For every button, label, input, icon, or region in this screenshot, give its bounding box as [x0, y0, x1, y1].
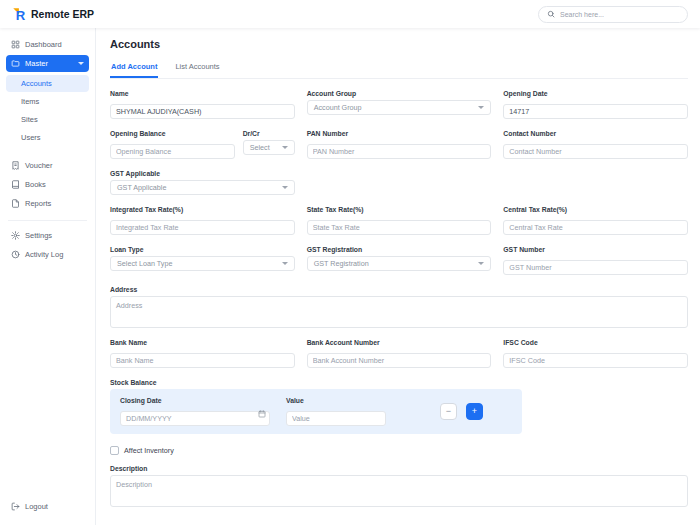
reports-icon [11, 199, 20, 208]
pan-number-input[interactable] [307, 144, 492, 159]
field-dr-cr: Dr/Cr Select [243, 130, 295, 159]
field-opening-balance: Opening Balance [110, 130, 235, 159]
sidebar-item-voucher[interactable]: Voucher [6, 157, 89, 174]
affect-inventory-checkbox[interactable] [110, 446, 119, 455]
sidebar-item-logout[interactable]: Logout [6, 498, 89, 515]
opening-balance-input[interactable] [110, 144, 235, 159]
chevron-down-icon [478, 262, 484, 265]
account-form: Name Account Group Account Group Opening… [110, 90, 688, 525]
affect-inventory-label: Affect Inventory [124, 446, 174, 455]
dr-cr-label: Dr/Cr [243, 130, 295, 137]
selected-value: Select Loan Type [117, 259, 172, 268]
field-loan-type: Loan Type Select Loan Type [110, 246, 295, 275]
stock-balance-label: Stock Balance [110, 379, 688, 386]
description-label: Description [110, 465, 688, 472]
field-name: Name [110, 90, 295, 119]
form-row: Opening Balance Dr/Cr Select PAN Nu [110, 130, 688, 159]
bank-account-number-label: Bank Account Number [307, 339, 492, 346]
sidebar-item-items[interactable]: Items [6, 93, 89, 110]
stock-balance-box: Closing Date Value [110, 389, 522, 434]
field-opening-date: Opening Date [503, 90, 688, 119]
contact-number-input[interactable] [503, 144, 688, 159]
sidebar-item-reports[interactable]: Reports [6, 195, 89, 212]
sidebar-item-users[interactable]: Users [6, 129, 89, 146]
tab-bar: Add Account List Accounts [110, 58, 688, 79]
gst-applicable-label: GST Applicable [110, 170, 295, 177]
description-textarea[interactable] [110, 475, 688, 507]
state-tax-label: State Tax Rate(%) [307, 206, 492, 213]
sidebar-item-dashboard[interactable]: Dashboard [6, 36, 89, 53]
stock-value-label: Value [286, 397, 386, 404]
search-icon [547, 10, 555, 18]
field-bank-name: Bank Name [110, 339, 295, 368]
address-textarea[interactable] [110, 296, 688, 328]
gst-number-input[interactable] [503, 260, 688, 275]
loan-type-select[interactable]: Select Loan Type [110, 256, 295, 271]
opening-date-label: Opening Date [503, 90, 688, 97]
gst-registration-select[interactable]: GST Registration [307, 256, 492, 271]
sidebar-master-submenu: Accounts Items Sites Users [6, 75, 89, 147]
page-title: Accounts [110, 38, 688, 50]
sidebar-item-books[interactable]: Books [6, 176, 89, 193]
ifsc-code-label: IFSC Code [503, 339, 688, 346]
sidebar-item-sites[interactable]: Sites [6, 111, 89, 128]
calendar-icon[interactable] [258, 410, 266, 418]
field-opening-balance-group: Opening Balance Dr/Cr Select [110, 130, 295, 159]
books-icon [11, 180, 20, 189]
dr-cr-select[interactable]: Select [243, 140, 295, 155]
selected-value: Account Group [314, 103, 362, 112]
logout-icon [11, 502, 20, 511]
app-name: Remote ERP [31, 8, 94, 20]
field-integrated-tax: Integrated Tax Rate(%) [110, 206, 295, 235]
state-tax-input[interactable] [307, 220, 492, 235]
form-row: GST Applicable GST Applicable [110, 170, 688, 195]
field-description: Description [110, 465, 688, 507]
name-input[interactable] [110, 104, 295, 119]
chevron-down-icon [282, 262, 288, 265]
integrated-tax-input[interactable] [110, 220, 295, 235]
tab-list-accounts[interactable]: List Accounts [174, 58, 220, 78]
app-logo[interactable]: R Remote ERP [12, 7, 94, 22]
closing-date-wrapper [120, 407, 270, 426]
selected-value: GST Registration [314, 259, 369, 268]
integrated-tax-label: Integrated Tax Rate(%) [110, 206, 295, 213]
central-tax-input[interactable] [503, 220, 688, 235]
field-address: Address [110, 286, 688, 328]
opening-date-input[interactable] [503, 104, 688, 119]
closing-date-label: Closing Date [120, 397, 270, 404]
field-bank-account-number: Bank Account Number [307, 339, 492, 368]
tab-add-account[interactable]: Add Account [110, 58, 158, 78]
sidebar-item-label: Reports [25, 199, 51, 208]
field-contact-number: Contact Number [503, 130, 688, 159]
closing-date-input[interactable] [120, 411, 270, 426]
stock-balance-section: Stock Balance Closing Date [110, 379, 688, 434]
ifsc-code-input[interactable] [503, 353, 688, 368]
form-row: Address [110, 286, 688, 328]
account-group-select[interactable]: Account Group [307, 100, 492, 115]
search-input[interactable] [560, 11, 679, 18]
field-closing-date: Closing Date [120, 397, 270, 426]
bank-account-number-input[interactable] [307, 353, 492, 368]
bank-name-label: Bank Name [110, 339, 295, 346]
sidebar-item-activity-log[interactable]: Activity Log [6, 246, 89, 263]
remove-stock-row-button[interactable]: − [440, 403, 457, 420]
bank-name-input[interactable] [110, 353, 295, 368]
add-stock-row-button[interactable]: + [466, 403, 483, 420]
sidebar: Dashboard Master Accounts Items Sites Us… [0, 28, 96, 525]
chevron-down-icon [282, 186, 288, 189]
sidebar-item-settings[interactable]: Settings [6, 227, 89, 244]
app-window: R Remote ERP Dashboard [0, 0, 700, 525]
loan-type-label: Loan Type [110, 246, 295, 253]
gst-applicable-select[interactable]: GST Applicable [110, 180, 295, 195]
field-pan-number: PAN Number [307, 130, 492, 159]
search-bar [538, 6, 688, 23]
sidebar-item-accounts[interactable]: Accounts [6, 75, 89, 92]
sidebar-item-master[interactable]: Master [6, 55, 89, 72]
field-ifsc-code: IFSC Code [503, 339, 688, 368]
sidebar-item-label: Master [25, 59, 48, 68]
stock-value-input[interactable] [286, 411, 386, 426]
sidebar-item-label: Books [25, 180, 46, 189]
field-state-tax: State Tax Rate(%) [307, 206, 492, 235]
address-label: Address [110, 286, 688, 293]
dashboard-icon [11, 40, 20, 49]
